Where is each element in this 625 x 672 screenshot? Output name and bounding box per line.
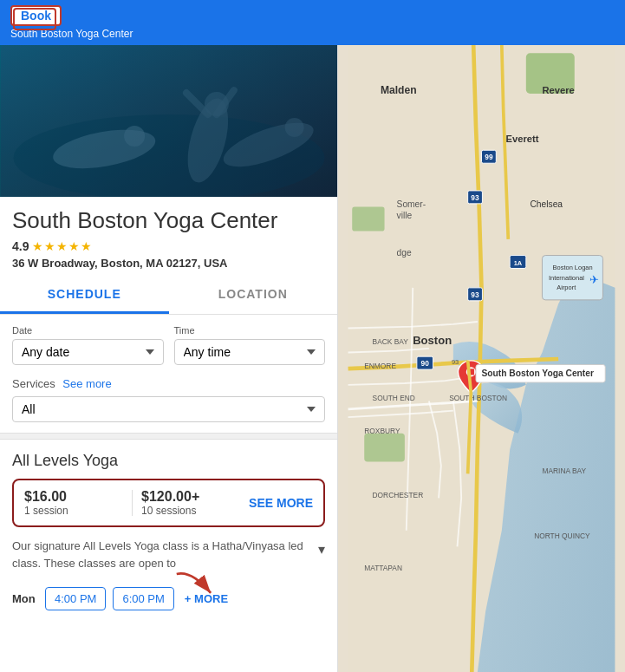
class-description: Our signature All Levels Yoga class is a… [12, 538, 325, 571]
svg-text:Boston: Boston [413, 334, 452, 347]
map-panel: 93 93 99 1A 90 Malden Everett Revere Che… [338, 45, 625, 672]
svg-text:International: International [549, 274, 584, 282]
time-button-1[interactable]: 4:00 PM [45, 587, 106, 610]
services-see-more-link[interactable]: See more [62, 377, 111, 390]
rating-number: 4.9 [12, 239, 29, 253]
app-header: Book South Boston Yoga Center [0, 0, 625, 45]
svg-text:Airport: Airport [557, 284, 576, 291]
left-panel: South Boston Yoga Center 4.9 ★★★★★ 36 W … [0, 45, 338, 672]
svg-text:DORCHESTER: DORCHESTER [373, 491, 424, 499]
studio-name: South Boston Yoga Center [12, 207, 325, 234]
svg-rect-13 [352, 207, 384, 232]
header-subtitle: South Boston Yoga Center [10, 28, 615, 40]
description-chevron-icon[interactable]: ▾ [318, 539, 325, 560]
svg-text:93: 93 [452, 358, 459, 366]
stars: ★★★★★ [32, 239, 93, 253]
services-label: Services [12, 377, 55, 390]
date-select[interactable]: Any date [12, 339, 164, 365]
svg-text:93: 93 [471, 290, 479, 299]
time-button-2[interactable]: 6:00 PM [113, 587, 173, 610]
svg-text:Revere: Revere [542, 85, 574, 95]
studio-info: South Boston Yoga Center 4.9 ★★★★★ 36 W … [0, 197, 337, 277]
svg-text:Everett: Everett [505, 134, 538, 144]
studio-address: 36 W Broadway, Boston, MA 02127, USA [12, 257, 325, 270]
svg-text:MATTAPAN: MATTAPAN [364, 564, 402, 572]
svg-text:1A: 1A [514, 259, 523, 267]
price-divider [132, 490, 133, 516]
more-times-button[interactable]: + MORE [185, 592, 228, 605]
date-time-filter-row: Date Any date Time Any time [12, 325, 325, 365]
svg-text:NORTH QUINCY: NORTH QUINCY [534, 532, 590, 540]
price-2-amount: $120.00+ [141, 489, 240, 505]
main-layout: South Boston Yoga Center 4.9 ★★★★★ 36 W … [0, 45, 625, 672]
svg-text:ROXBURY: ROXBURY [364, 427, 400, 435]
svg-text:Boston Logan: Boston Logan [553, 264, 593, 271]
svg-point-9 [284, 118, 303, 137]
tab-schedule[interactable]: SCHEDULE [0, 277, 169, 314]
svg-text:90: 90 [421, 359, 430, 368]
time-filter-group: Time Any time [174, 325, 326, 365]
class-name: All Levels Yoga [12, 452, 325, 470]
date-label: Date [12, 325, 164, 336]
description-text: Our signature All Levels Yoga class is a… [12, 538, 315, 571]
svg-text:Malden: Malden [381, 84, 417, 96]
date-filter-group: Date Any date [12, 325, 164, 365]
svg-point-3 [124, 126, 145, 147]
day-label: Mon [12, 592, 38, 605]
price-item-2: $120.00+ 10 sessions [141, 489, 240, 517]
price-item-1: $16.00 1 session [24, 489, 123, 517]
schedule-row-container: Mon 4:00 PM 6:00 PM + MORE [0, 580, 337, 617]
pricing-box: $16.00 1 session $120.00+ 10 sessions SE… [12, 479, 325, 527]
svg-text:Chelsea: Chelsea [530, 199, 563, 209]
services-select[interactable]: All [12, 396, 325, 422]
svg-text:BACK BAY: BACK BAY [373, 337, 409, 346]
svg-text:SOUTH END: SOUTH END [373, 394, 415, 402]
svg-text:✈: ✈ [589, 273, 599, 286]
section-divider [0, 433, 337, 440]
price-2-desc: 10 sessions [141, 505, 240, 517]
svg-text:ville: ville [397, 211, 413, 220]
hero-image [0, 45, 337, 197]
class-section: All Levels Yoga $16.00 1 session $120.00… [0, 440, 337, 580]
tab-location[interactable]: LOCATION [169, 277, 338, 314]
svg-text:Somer-: Somer- [397, 199, 426, 209]
tabs: SCHEDULE LOCATION [0, 277, 337, 315]
filters-section: Date Any date Time Any time Services See… [0, 315, 337, 433]
map-svg: 93 93 99 1A 90 Malden Everett Revere Che… [338, 45, 625, 672]
svg-text:93: 93 [471, 193, 479, 202]
book-button[interactable]: Book [10, 5, 62, 26]
time-select[interactable]: Any time [174, 339, 326, 365]
rating-row: 4.9 ★★★★★ [12, 239, 325, 253]
svg-text:99: 99 [485, 153, 493, 161]
price-1-desc: 1 session [24, 505, 123, 517]
time-label: Time [174, 325, 326, 336]
svg-text:South Boston Yoga Center: South Boston Yoga Center [482, 369, 594, 378]
pricing-see-more-button[interactable]: SEE MORE [249, 496, 313, 510]
svg-text:dge: dge [397, 248, 412, 258]
svg-text:SOUTH BOSTON: SOUTH BOSTON [449, 394, 507, 402]
services-row: Services See more [12, 375, 325, 391]
svg-text:MARINA BAY: MARINA BAY [542, 466, 586, 475]
schedule-row: Mon 4:00 PM 6:00 PM + MORE [0, 580, 337, 617]
svg-rect-14 [364, 434, 405, 462]
svg-text:ENMORE: ENMORE [364, 362, 396, 370]
price-1-amount: $16.00 [24, 489, 123, 505]
